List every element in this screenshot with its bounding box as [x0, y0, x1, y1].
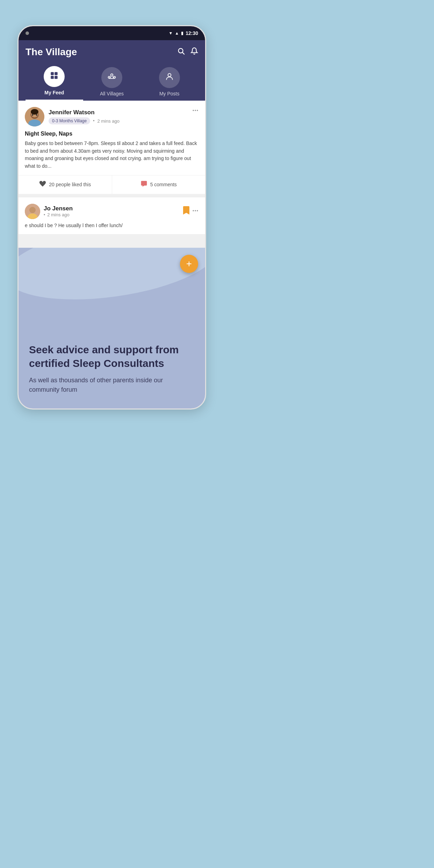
post-1-village-badge[interactable]: 0-3 Months Village: [49, 117, 90, 124]
status-time: 12:30: [186, 30, 198, 36]
svg-rect-4: [51, 76, 54, 79]
post-2-body: e should I be ? He usually l then I offe…: [25, 222, 199, 230]
post-1-actions: 20 people liked this 5 comments: [19, 175, 205, 194]
battery-icon: ▮: [181, 31, 183, 36]
wifi-icon: ▼: [168, 31, 173, 36]
post-1-comment-button[interactable]: 5 comments: [112, 175, 205, 194]
post-1-comments-count: 5 comments: [150, 182, 177, 187]
header-top: The Village: [26, 46, 198, 58]
post-1-like-button[interactable]: 20 people liked this: [19, 175, 112, 194]
my-posts-icon: [165, 72, 174, 83]
camera-dot: [26, 31, 29, 35]
overlay-headline: Seek advice and support from certified S…: [29, 343, 195, 370]
svg-point-23: [193, 210, 194, 211]
svg-rect-5: [55, 76, 58, 79]
signal-icon: ▲: [175, 31, 179, 36]
post-1-time: 2 mins ago: [97, 118, 120, 124]
post-2-avatar: [25, 204, 40, 219]
status-bar: ▼ ▲ ▮ 12:30: [19, 26, 205, 40]
search-icon[interactable]: [177, 47, 185, 57]
post-card-2: Jo Jensen • 2 mins ago: [19, 197, 205, 234]
tab-all-villages-icon-circle: [101, 67, 122, 88]
post-card-1: Jennifer Watson 0-3 Months Village • 2 m…: [19, 101, 205, 194]
app-title: The Village: [26, 46, 77, 58]
svg-rect-3: [55, 72, 58, 75]
phone-frame: ▼ ▲ ▮ 12:30 The Village: [17, 25, 206, 410]
tab-all-villages[interactable]: All Villages: [83, 67, 141, 101]
fab-button[interactable]: +: [180, 255, 198, 273]
svg-point-19: [197, 110, 198, 111]
tab-my-posts-label: My Posts: [159, 91, 180, 96]
bell-icon[interactable]: [190, 47, 198, 57]
post-1-menu[interactable]: [192, 107, 199, 114]
post-2-user-name: Jo Jensen: [44, 205, 73, 212]
post-1-title: Night Sleep, Naps: [25, 131, 199, 137]
svg-point-24: [195, 210, 196, 211]
feed-icon: [50, 71, 59, 82]
villages-icon: [107, 72, 116, 83]
post-1-user-meta: 0-3 Months Village • 2 mins ago: [49, 117, 120, 124]
tab-my-feed-icon-circle: [44, 66, 65, 87]
overlay: + Seek advice and support from certified…: [19, 248, 205, 408]
overlay-wave: [19, 248, 205, 311]
post-1-user-info: Jennifer Watson 0-3 Months Village • 2 m…: [25, 107, 120, 126]
heart-icon: [39, 180, 46, 189]
svg-point-21: [29, 207, 36, 213]
tab-navigation: My Feed All Villages: [26, 66, 198, 101]
svg-point-9: [168, 73, 171, 77]
svg-rect-2: [51, 72, 54, 75]
post-1-time-dot: •: [93, 118, 94, 123]
post-1-body: Baby goes to bed between 7-8pm. Sleeps t…: [25, 140, 199, 170]
post-2-header: Jo Jensen • 2 mins ago: [25, 204, 199, 219]
svg-point-17: [193, 110, 194, 111]
svg-point-6: [111, 74, 113, 76]
app-header: The Village: [19, 40, 205, 101]
header-icons: [177, 47, 198, 57]
tab-my-posts-icon-circle: [159, 67, 180, 88]
tab-all-villages-label: All Villages: [100, 91, 124, 96]
post-1-avatar: [25, 107, 44, 126]
comment-icon: [140, 180, 147, 189]
svg-line-1: [182, 52, 184, 54]
post-2-time: 2 mins ago: [47, 212, 70, 217]
bookmark-icon[interactable]: [183, 206, 190, 217]
svg-point-18: [195, 110, 196, 111]
overlay-subtext: As well as thousands of other parents in…: [29, 376, 195, 395]
svg-point-25: [197, 210, 198, 211]
tab-my-feed-label: My Feed: [44, 90, 64, 95]
post-1-user-name: Jennifer Watson: [49, 109, 120, 116]
svg-point-16: [31, 109, 38, 115]
tab-my-feed[interactable]: My Feed: [26, 66, 83, 101]
tab-my-posts[interactable]: My Posts: [140, 67, 198, 101]
avatar-image: [25, 107, 44, 126]
post-1-user-details: Jennifer Watson 0-3 Months Village • 2 m…: [49, 109, 120, 124]
post-1-likes-count: 20 people liked this: [49, 182, 91, 187]
post-2-menu[interactable]: [192, 207, 199, 216]
fab-icon: +: [186, 258, 192, 269]
overlay-content: Seek advice and support from certified S…: [19, 322, 205, 408]
status-right: ▼ ▲ ▮ 12:30: [168, 30, 198, 36]
post-1-header: Jennifer Watson 0-3 Months Village • 2 m…: [25, 107, 199, 126]
